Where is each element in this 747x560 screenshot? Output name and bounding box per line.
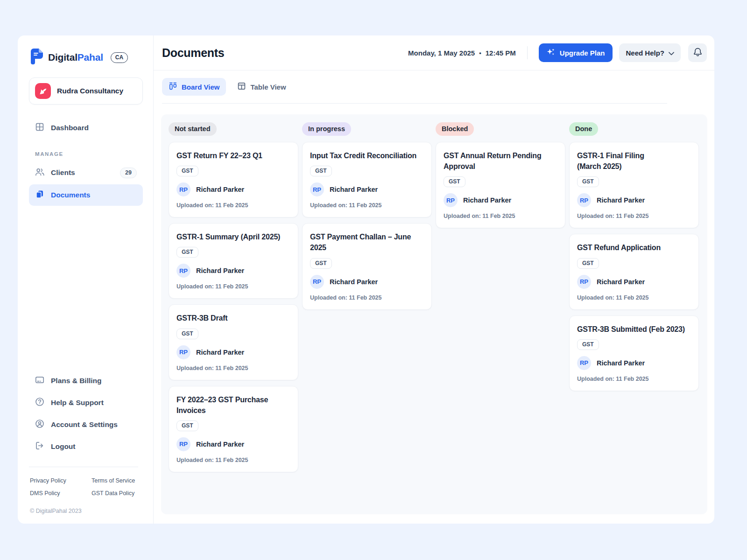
document-card[interactable]: GSTR-3B Submitted (Feb 2023) GST RP Rich…: [569, 315, 699, 391]
card-uploaded: Uploaded on: 11 Feb 2025: [176, 457, 290, 463]
avatar: RP: [176, 264, 190, 278]
card-uploaded: Uploaded on: 11 Feb 2025: [444, 213, 557, 219]
column-card-list: Input Tax Credit Reconciliation GST RP R…: [302, 142, 432, 310]
avatar: RP: [577, 356, 591, 370]
card-assignee: Richard Parker: [196, 349, 244, 356]
tab-table-view[interactable]: Table View: [231, 78, 292, 96]
card-title: GST Refund Application: [577, 242, 691, 253]
sidebar-item-dashboard[interactable]: Dashboard: [29, 117, 143, 139]
sidebar-item-plans-billing[interactable]: Plans & Billing: [29, 370, 143, 392]
tab-board-view[interactable]: Board View: [162, 78, 226, 96]
document-card[interactable]: FY 2022–23 GST Purchase Invoices GST RP …: [169, 386, 298, 472]
document-card[interactable]: Input Tax Credit Reconciliation GST RP R…: [302, 142, 432, 217]
terms-of-service-link[interactable]: Terms of Service: [92, 477, 143, 484]
column-status-badge: In progress: [302, 122, 351, 136]
column-status-badge: Blocked: [436, 122, 474, 136]
card-uploaded: Uploaded on: 11 Feb 2025: [577, 376, 691, 382]
card-assignee-row: RP Richard Parker: [577, 356, 691, 370]
card-assignee: Richard Parker: [330, 278, 378, 286]
user-circle-icon: [35, 419, 44, 430]
header-time: 12:45 PM: [486, 49, 516, 57]
sidebar-item-label: Dashboard: [51, 124, 89, 132]
column-card-list: GSTR-1 Final Filing (March 2025) GST RP …: [569, 142, 699, 391]
header-divider: [527, 46, 528, 59]
dms-policy-link[interactable]: DMS Policy: [30, 490, 92, 497]
copyright-text: © DigitalPahal 2023: [29, 508, 143, 514]
column-card-list: GST Return FY 22–23 Q1 GST RP Richard Pa…: [169, 142, 298, 472]
sidebar-item-clients[interactable]: Clients 29: [29, 162, 143, 183]
header-date: Monday, 1 May 2025: [408, 49, 475, 57]
privacy-policy-link[interactable]: Privacy Policy: [30, 477, 92, 484]
page-title: Documents: [162, 46, 224, 60]
clients-count-badge: 29: [120, 168, 137, 178]
tab-label: Board View: [182, 83, 219, 91]
document-card[interactable]: GST Payment Challan – June 2025 GST RP R…: [302, 223, 432, 309]
tab-label: Table View: [250, 83, 286, 91]
gst-data-policy-link[interactable]: GST Data Policy: [92, 490, 143, 497]
document-card[interactable]: GST Annual Return Pending Approval GST R…: [436, 142, 565, 228]
sidebar-item-label: Help & Support: [51, 399, 104, 407]
upgrade-plan-button[interactable]: Upgrade Plan: [539, 43, 613, 62]
sidebar-item-label: Account & Settings: [51, 420, 118, 429]
card-assignee-row: RP Richard Parker: [176, 345, 290, 359]
document-card[interactable]: GST Refund Application GST RP Richard Pa…: [569, 234, 699, 309]
main-content: Documents Monday, 1 May 2025 • 12:45 PM …: [154, 35, 714, 524]
digitalpahal-logo-icon: [30, 49, 44, 66]
card-title: GSTR-1 Summary (April 2025): [176, 231, 290, 242]
card-tag: GST: [444, 176, 465, 187]
card-tag: GST: [176, 247, 198, 258]
column-status-badge: Done: [569, 122, 598, 136]
card-assignee-row: RP Richard Parker: [176, 264, 290, 278]
app-window: DigitalPahal CA Rudra Consultancy Dashbo…: [18, 35, 714, 524]
need-help-button[interactable]: Need Help?: [619, 43, 681, 62]
kanban-board: Not started GST Return FY 22–23 Q1 GST R…: [161, 114, 707, 514]
card-uploaded: Uploaded on: 11 Feb 2025: [310, 202, 424, 209]
notifications-button[interactable]: [688, 43, 707, 62]
column-card-list: GST Annual Return Pending Approval GST R…: [436, 142, 565, 228]
avatar: RP: [444, 193, 458, 207]
brand-logo: DigitalPahal CA: [30, 49, 143, 66]
clients-icon: [35, 167, 44, 178]
sidebar-item-label: Plans & Billing: [51, 377, 102, 385]
manage-section-label: MANAGE: [35, 151, 143, 157]
card-title: FY 2022–23 GST Purchase Invoices: [176, 394, 290, 416]
card-title: GST Return FY 22–23 Q1: [176, 150, 290, 161]
kanban-column: Done GSTR-1 Final Filing (March 2025) GS…: [569, 122, 699, 391]
card-tag: GST: [176, 420, 198, 431]
workspace-switcher[interactable]: Rudra Consultancy: [29, 77, 143, 105]
sidebar-item-documents[interactable]: Documents: [29, 184, 143, 206]
workspace-name: Rudra Consultancy: [57, 87, 123, 95]
sidebar-item-account-settings[interactable]: Account & Settings: [29, 414, 143, 435]
card-title: GSTR-3B Submitted (Feb 2023): [577, 324, 691, 335]
card-assignee: Richard Parker: [597, 278, 645, 286]
document-card[interactable]: GSTR-3B Draft GST RP Richard Parker Uplo…: [169, 304, 298, 380]
card-title: GST Annual Return Pending Approval: [444, 150, 557, 172]
sidebar-item-logout[interactable]: Logout: [29, 436, 143, 457]
document-card[interactable]: GST Return FY 22–23 Q1 GST RP Richard Pa…: [169, 142, 298, 217]
sidebar-item-label: Logout: [51, 442, 76, 451]
document-card[interactable]: GSTR-1 Summary (April 2025) GST RP Richa…: [169, 223, 298, 299]
sidebar-item-help-support[interactable]: Help & Support: [29, 392, 143, 413]
card-uploaded: Uploaded on: 11 Feb 2025: [310, 294, 424, 301]
card-title: GSTR-3B Draft: [176, 313, 290, 323]
avatar: RP: [577, 275, 591, 289]
card-assignee: Richard Parker: [330, 186, 378, 193]
kanban-column: Not started GST Return FY 22–23 Q1 GST R…: [169, 122, 298, 472]
card-assignee: Richard Parker: [196, 441, 244, 448]
avatar: RP: [176, 345, 190, 359]
document-card[interactable]: GSTR-1 Final Filing (March 2025) GST RP …: [569, 142, 699, 228]
card-uploaded: Uploaded on: 11 Feb 2025: [176, 202, 290, 209]
card-assignee: Richard Parker: [597, 196, 645, 204]
sidebar-item-label: Clients: [51, 168, 75, 177]
card-assignee-row: RP Richard Parker: [444, 193, 557, 207]
avatar: RP: [310, 275, 324, 289]
logout-icon: [35, 441, 44, 452]
kanban-icon: [169, 82, 177, 92]
card-assignee: Richard Parker: [196, 186, 244, 193]
sidebar: DigitalPahal CA Rudra Consultancy Dashbo…: [18, 35, 154, 524]
chevron-down-icon: [669, 49, 674, 57]
view-tabs: Board View Table View: [154, 70, 714, 104]
ca-badge: CA: [111, 52, 128, 63]
card-assignee: Richard Parker: [597, 359, 645, 367]
card-assignee-row: RP Richard Parker: [176, 182, 290, 196]
